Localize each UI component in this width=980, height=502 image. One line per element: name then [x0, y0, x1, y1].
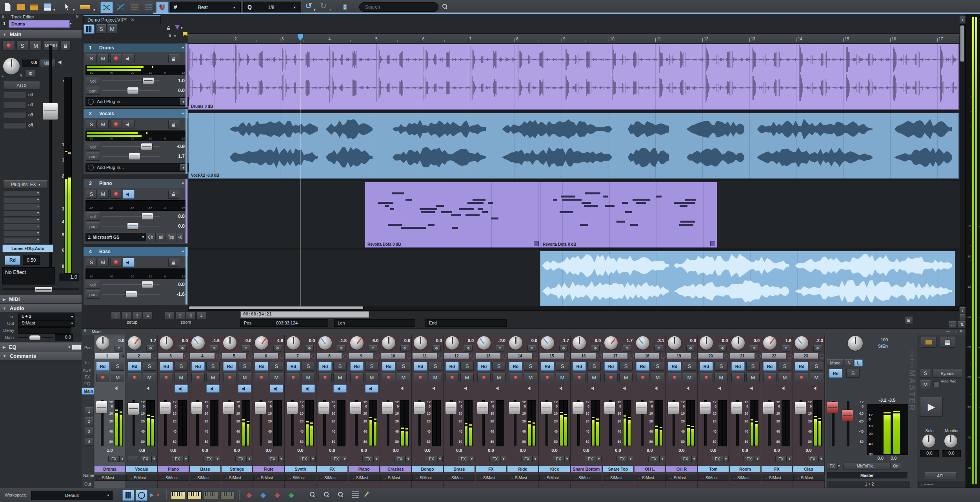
pos-field[interactable]: Pos 003:03:124	[240, 319, 328, 327]
phase-button[interactable]: Φ	[400, 345, 409, 352]
channel-number[interactable]: 4	[190, 353, 215, 359]
channel-out[interactable]: →StMast	[730, 475, 762, 481]
panel-drag-handle[interactable]: ⠿	[2, 14, 4, 19]
plugin-slot[interactable]: Add Plug-in... ▾	[85, 163, 189, 172]
draw-menu-caret[interactable]: ▾	[93, 8, 95, 12]
audio-object-vocals[interactable]: VocFX2 -8.0 dB	[188, 113, 959, 179]
auto-crossfade-button[interactable]	[115, 2, 126, 13]
channel-number[interactable]: 22	[762, 353, 786, 359]
draw-tool-button[interactable]	[78, 2, 92, 12]
mixer-in-label[interactable]: In	[85, 360, 89, 365]
channel-number[interactable]: 5	[222, 353, 246, 359]
automation-read-button[interactable]: Rd	[731, 362, 745, 371]
open-folder-button[interactable]	[16, 2, 26, 12]
channel-number[interactable]: 7	[285, 353, 310, 359]
phase-button[interactable]: Φ	[496, 345, 504, 352]
solo-button[interactable]: S	[587, 362, 601, 371]
plugins-header-button[interactable]: Plug-ins FX ▾	[3, 180, 48, 188]
phase-button[interactable]: Φ	[305, 345, 314, 352]
aux-header-button[interactable]: AUX	[3, 82, 40, 90]
workspace-caret[interactable]: ▾	[107, 493, 109, 497]
plugin-slot-caret[interactable]: ▾	[37, 218, 39, 221]
mini-record-icon[interactable]: ●	[156, 492, 159, 498]
monitor-volume-knob[interactable]	[944, 435, 957, 448]
transport-toggle-button[interactable]	[136, 490, 147, 501]
channel-number[interactable]: 21	[730, 353, 755, 359]
channel-number[interactable]: 19	[667, 353, 691, 359]
fader-handle[interactable]	[572, 402, 584, 414]
plugin-power-icon[interactable]	[88, 165, 94, 170]
phase-button[interactable]: Φ	[26, 70, 35, 78]
pan-slider-handle[interactable]	[125, 291, 137, 298]
channel-name[interactable]: Ride	[507, 466, 538, 472]
solo-button[interactable]: S	[778, 362, 791, 371]
midi-ch-button[interactable]: Ch	[145, 233, 156, 241]
zoom-out-button[interactable]: −	[959, 314, 966, 321]
track-editor-toggle-button[interactable]	[84, 24, 95, 34]
monitor-button[interactable]	[397, 384, 409, 392]
fx-caret[interactable]: ▾	[215, 456, 220, 462]
pan-knob[interactable]	[128, 336, 141, 350]
record-arm-button[interactable]	[700, 373, 713, 382]
master-fader-track-right[interactable]	[847, 401, 849, 446]
fx-button[interactable]: FX	[331, 456, 342, 462]
master-fader-handle-right[interactable]	[842, 410, 853, 421]
mixer-load-button[interactable]	[921, 337, 936, 348]
pan-slider-handle[interactable]	[127, 223, 139, 230]
cursor-menu-caret[interactable]: ▾	[73, 8, 75, 12]
fader-handle[interactable]	[699, 402, 711, 414]
fx-caret[interactable]: ▾	[660, 456, 665, 462]
pan-knob[interactable]	[382, 336, 395, 350]
phase-button[interactable]: Φ	[623, 345, 631, 352]
h-fit-button[interactable]: ↔	[948, 321, 957, 328]
automation-read-button[interactable]: Rd	[636, 362, 649, 371]
object-lock-icon[interactable]	[710, 241, 715, 246]
midi-mode-button[interactable]: MIDI	[40, 60, 56, 67]
pan-knob[interactable]	[604, 336, 618, 350]
input-select-icon[interactable]	[438, 354, 443, 359]
monitor-button[interactable]	[111, 384, 124, 392]
channel-number[interactable]: 6	[254, 353, 278, 359]
object-loop-icon[interactable]: ◆	[289, 491, 294, 499]
fx-caret[interactable]: ▾	[183, 456, 189, 462]
mute-button[interactable]: M	[651, 373, 664, 382]
fader-handle[interactable]	[413, 402, 425, 414]
master-mono-button[interactable]: Mono	[827, 359, 844, 366]
pan-knob[interactable]	[191, 336, 205, 350]
channel-name[interactable]: Snare Top	[603, 466, 633, 472]
phase-button[interactable]: Φ	[432, 345, 441, 352]
mute-button[interactable]: M	[270, 373, 283, 382]
pan-knob[interactable]	[445, 336, 459, 350]
channel-number[interactable]: 3	[158, 353, 183, 359]
mute-button[interactable]: M	[397, 373, 410, 382]
track-mute-button[interactable]: M	[98, 120, 109, 129]
afl-button[interactable]: AFL	[925, 472, 957, 479]
track-monitor-button[interactable]	[123, 190, 135, 199]
phase-button[interactable]: Φ	[655, 345, 663, 352]
input-select-icon[interactable]	[788, 354, 793, 359]
monitor-button[interactable]	[175, 384, 188, 393]
section-eq[interactable]: ▶ EQ ▾	[0, 343, 84, 352]
solo-button[interactable]: S	[715, 362, 728, 371]
mute-button[interactable]: M	[30, 41, 42, 51]
input-select-icon[interactable]	[629, 354, 634, 359]
quantize-caret[interactable]: ▾	[294, 5, 296, 9]
record-arm-button[interactable]	[318, 373, 332, 382]
play-button[interactable]: ▶	[920, 397, 943, 417]
zoom-in-wave-button[interactable]	[310, 492, 315, 497]
monitor-button[interactable]	[460, 384, 473, 392]
fx-button[interactable]: FX	[299, 456, 310, 462]
plugin-power-icon[interactable]	[88, 99, 94, 105]
mini-play-icon[interactable]: ▶	[150, 492, 154, 498]
aux-send-value[interactable]: off	[28, 102, 33, 107]
object-lock-icon[interactable]	[534, 241, 539, 246]
channel-name[interactable]: OH R	[666, 466, 697, 472]
mute-button[interactable]: M	[206, 373, 220, 382]
track-solo-button[interactable]: S	[86, 190, 97, 199]
vol-slider-handle[interactable]	[142, 77, 154, 84]
record-arm-button[interactable]	[96, 373, 109, 382]
master-out[interactable]: 1 + 2	[827, 481, 910, 488]
pan-knob[interactable]	[668, 336, 681, 350]
phase-button[interactable]: Φ	[464, 345, 473, 352]
input-select-icon[interactable]	[756, 354, 761, 359]
